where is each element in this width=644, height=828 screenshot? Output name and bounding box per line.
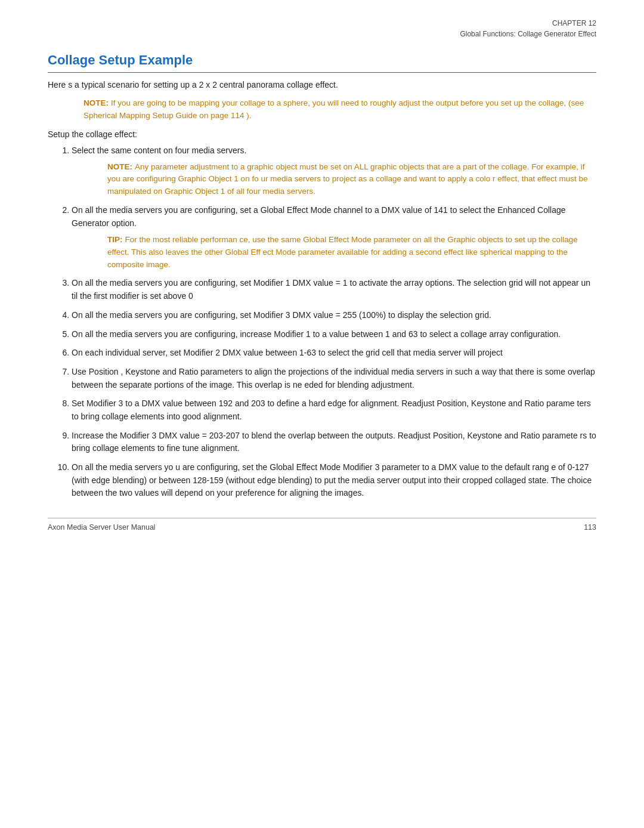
step-1-text: Select the same content on four media se… [72, 146, 246, 155]
step-5: On all the media servers you are configu… [72, 328, 596, 341]
step-1: Select the same content on four media se… [72, 144, 596, 198]
step-3: On all the media servers you are configu… [72, 277, 596, 302]
step-1-note: NOTE:Any parameter adjustment to a graph… [107, 161, 596, 199]
step-7-text: Use Position , Keystone and Ratio parame… [72, 367, 595, 390]
step-6-text: On each individual server, set Modifier … [72, 348, 503, 357]
step-2: On all the media servers you are configu… [72, 204, 596, 271]
footer-right: 113 [584, 522, 596, 533]
steps-list: Select the same content on four media se… [66, 144, 596, 500]
step-5-text: On all the media servers you are configu… [72, 329, 561, 339]
step-2-tip-text: For the most reliable performan ce, use … [107, 235, 578, 269]
chapter-label: CHAPTER 12 [48, 18, 596, 29]
step-8-text: Set Modifier 3 to a DMX value between 19… [72, 398, 591, 421]
step-2-text: On all the media servers you are configu… [72, 205, 566, 228]
step-7: Use Position , Keystone and Ratio parame… [72, 366, 596, 391]
footer-left: Axon Media Server User Manual [48, 522, 156, 533]
step-9: Increase the Modifier 3 DMX value = 203-… [72, 430, 596, 455]
step-1-note-text: Any parameter adjustment to a graphic ob… [107, 162, 587, 196]
section-title: Collage Setup Example [48, 50, 596, 73]
step-4-text: On all the media servers you are configu… [72, 310, 491, 320]
step-2-tip: TIP:For the most reliable performan ce, … [107, 234, 596, 271]
step-1-note-label: NOTE: [107, 162, 132, 171]
step-2-tip-label: TIP: [107, 235, 123, 244]
note-label-1: NOTE: [83, 98, 109, 107]
setup-label: Setup the collage effect: [48, 128, 596, 141]
step-4: On all the media servers you are configu… [72, 309, 596, 322]
intro-text: Here s a typical scenario for setting up… [48, 79, 596, 91]
page-header: CHAPTER 12 Global Functions: Collage Gen… [48, 18, 596, 39]
step-10: On all the media servers yo u are config… [72, 461, 596, 500]
step-6: On each individual server, set Modifier … [72, 347, 596, 360]
step-10-text: On all the media servers yo u are config… [72, 462, 592, 498]
note-text-1: If you are going to be mapping your coll… [83, 98, 584, 120]
step-3-text: On all the media servers you are configu… [72, 278, 590, 301]
step-9-text: Increase the Modifier 3 DMX value = 203-… [72, 431, 596, 453]
page-footer: Axon Media Server User Manual 113 [48, 518, 596, 533]
chapter-subtitle: Global Functions: Collage Generator Effe… [48, 29, 596, 39]
step-8: Set Modifier 3 to a DMX value between 19… [72, 397, 596, 423]
note-block-1: NOTE:If you are going to be mapping your… [83, 97, 596, 122]
